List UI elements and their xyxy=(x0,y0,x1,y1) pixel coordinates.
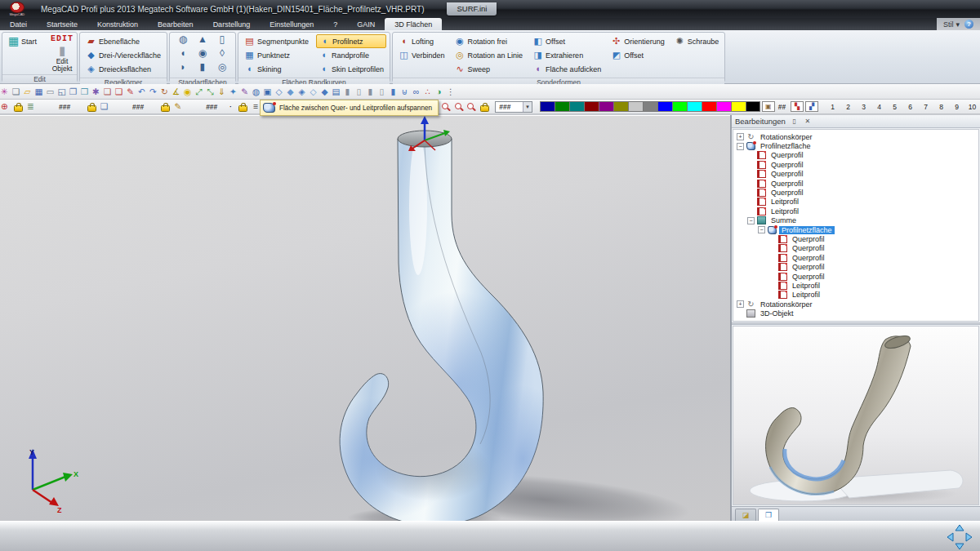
print-preview-icon[interactable]: ◱ xyxy=(57,87,66,96)
model-preview[interactable] xyxy=(733,326,979,505)
tree-row-11[interactable]: −Querprofil xyxy=(733,234,978,243)
pattern-icon[interactable]: ▞ xyxy=(805,101,818,112)
color-swatch-0[interactable] xyxy=(540,101,555,112)
line-width-1[interactable]: 1 xyxy=(825,103,840,111)
line-width-9[interactable]: 9 xyxy=(949,103,964,111)
layers-icon[interactable]: ≣ xyxy=(26,103,35,111)
line-width-3[interactable]: 3 xyxy=(856,103,871,111)
surface-5-icon[interactable]: ◆ xyxy=(320,87,329,96)
brush-icon[interactable]: ✎ xyxy=(240,87,249,96)
tree-row-0[interactable]: +↻Rotationskörper xyxy=(733,132,978,141)
expand-icon[interactable]: + xyxy=(737,133,744,140)
start-button[interactable]: ▦Start xyxy=(6,34,39,48)
color-swatch-12[interactable] xyxy=(716,101,731,112)
copy-doc-icon[interactable]: ❐ xyxy=(69,87,78,96)
color-swatch-2[interactable] xyxy=(569,101,584,112)
color-swatch-9[interactable] xyxy=(672,101,687,112)
offset-2-button[interactable]: ◩Offset xyxy=(608,48,667,62)
line-width-4[interactable]: 4 xyxy=(871,103,887,111)
color-swatch-7[interactable] xyxy=(643,101,657,112)
menu-item-bearbeiten[interactable]: Bearbeiten xyxy=(148,18,203,30)
session-tab[interactable]: SURF.ini xyxy=(447,2,497,16)
measure-icon[interactable]: ∡ xyxy=(172,87,180,96)
line-width-6[interactable]: 6 xyxy=(902,103,918,111)
zoom-out-icon[interactable] xyxy=(453,101,465,113)
line-width-10[interactable]: 10 xyxy=(964,103,980,111)
tree-row-4[interactable]: −Querprofil xyxy=(733,170,978,179)
structure-tab[interactable]: ❐ xyxy=(758,509,779,521)
prism-icon[interactable]: ▯ xyxy=(212,34,232,48)
lock-icon[interactable] xyxy=(238,105,247,112)
sphere-icon[interactable]: ◍ xyxy=(173,34,193,48)
collapse-icon[interactable]: − xyxy=(737,143,744,150)
orientierung-button[interactable]: ✣Orientierung xyxy=(608,34,667,48)
tree-row-6[interactable]: −Querprofil xyxy=(733,188,978,197)
color-swatch-1[interactable] xyxy=(555,101,569,112)
box-icon[interactable]: ▣ xyxy=(263,87,272,96)
lock-icon[interactable] xyxy=(161,105,170,112)
profilnetz-button[interactable]: ◖Profilnetz xyxy=(316,34,386,48)
points-icon[interactable]: ∴ xyxy=(423,87,432,96)
menu-item-konstruktion[interactable]: Konstruktion xyxy=(87,18,148,30)
segmentpunkte-button[interactable]: ▤Segmentpunkte xyxy=(242,34,311,48)
color-swatch-6[interactable] xyxy=(628,101,643,112)
snap-icon[interactable]: ✳ xyxy=(0,87,9,96)
line-width-5[interactable]: 5 xyxy=(887,103,902,111)
panel-splitter[interactable] xyxy=(732,322,980,325)
tree-row-15[interactable]: −Querprofil xyxy=(733,272,978,281)
color-swatch-5[interactable] xyxy=(613,101,628,112)
tree-row-8[interactable]: −Leitprofil xyxy=(733,207,978,216)
tree-row-14[interactable]: −Querprofil xyxy=(733,262,978,271)
torus-icon[interactable]: ◎ xyxy=(212,62,232,76)
print-icon[interactable]: ▭ xyxy=(46,87,55,96)
cylinder-icon[interactable]: ▮ xyxy=(193,62,212,76)
open-file-icon[interactable]: ▱ xyxy=(23,87,32,96)
menu-item-datei[interactable]: Datei xyxy=(0,18,37,30)
line-width-8[interactable]: 8 xyxy=(933,103,949,111)
menu-icon[interactable]: ≡ xyxy=(251,103,260,111)
tree-row-13[interactable]: −Querprofil xyxy=(733,253,978,262)
cone-icon[interactable]: ▲ xyxy=(193,34,212,48)
close-icon[interactable]: ✕ xyxy=(804,118,812,125)
viewport-3d[interactable]: Y X Z xyxy=(0,115,730,521)
axes2-icon[interactable]: ⤡ xyxy=(206,87,215,96)
extrahieren-button[interactable]: ◨Extrahieren xyxy=(530,48,604,62)
pan-widget-icon[interactable] xyxy=(946,524,973,550)
lock-icon[interactable] xyxy=(87,105,96,112)
spindle-icon[interactable]: ◊ xyxy=(212,48,232,62)
collapse-icon[interactable]: − xyxy=(758,226,765,233)
color-swatch-11[interactable] xyxy=(702,101,716,112)
drei-viereckflaeche-button[interactable]: ◆Drei-/Viereckfläche xyxy=(83,48,163,62)
dreiecksflaechen-button[interactable]: ◈Dreiecksflächen xyxy=(83,62,163,76)
rotation-an-linie-button[interactable]: ◎Rotation an Linie xyxy=(452,48,526,62)
pen-select-combo[interactable]: ###▼ xyxy=(495,101,532,113)
tree-row-17[interactable]: −Leitprofil xyxy=(733,291,978,300)
menu-item-startseite[interactable]: Startseite xyxy=(37,18,87,30)
pin-icon[interactable]: ▯ xyxy=(791,118,799,125)
lofting-button[interactable]: ◖Lofting xyxy=(396,34,448,48)
ball-icon[interactable]: ◉ xyxy=(193,48,212,62)
menu-item-3d-fl-chen[interactable]: 3D Flächen xyxy=(385,18,442,30)
surface-3-icon[interactable]: ◈ xyxy=(297,87,306,96)
color-swatch-8[interactable] xyxy=(657,101,672,112)
flaeche-aufdicken-button[interactable]: ◖Fläche aufdicken xyxy=(530,62,604,76)
line-width-2[interactable]: 2 xyxy=(840,103,856,111)
line-width-7[interactable]: 7 xyxy=(918,103,933,111)
edit-objekt-button[interactable]: EDIT▮Edit Objekt xyxy=(51,34,74,73)
tree-row-9[interactable]: −Summe xyxy=(733,216,978,225)
verbinden-button[interactable]: ◫Verbinden xyxy=(396,48,448,62)
binoculars-icon[interactable]: ∞ xyxy=(412,87,421,96)
sheet-icon[interactable]: ❏ xyxy=(100,103,109,111)
surface-1-icon[interactable]: ◇ xyxy=(274,87,283,96)
lightbulb-icon[interactable]: ◉ xyxy=(183,87,192,96)
colorwheel-icon[interactable]: ◑ xyxy=(434,87,443,96)
help-icon[interactable]: ? xyxy=(964,20,973,29)
surface-4-icon[interactable]: ◇ xyxy=(309,87,318,96)
color-swatch-10[interactable] xyxy=(687,101,702,112)
lock-icon[interactable] xyxy=(14,105,23,112)
tree-row-12[interactable]: −Querprofil xyxy=(733,244,978,253)
snap-point-icon[interactable]: ⊕ xyxy=(0,103,9,111)
surface-2-icon[interactable]: ◆ xyxy=(286,87,295,96)
pen-parameter-value[interactable]: ### xyxy=(203,103,220,111)
ebeneflaeche-button[interactable]: ▰Ebenefläche xyxy=(83,34,163,48)
